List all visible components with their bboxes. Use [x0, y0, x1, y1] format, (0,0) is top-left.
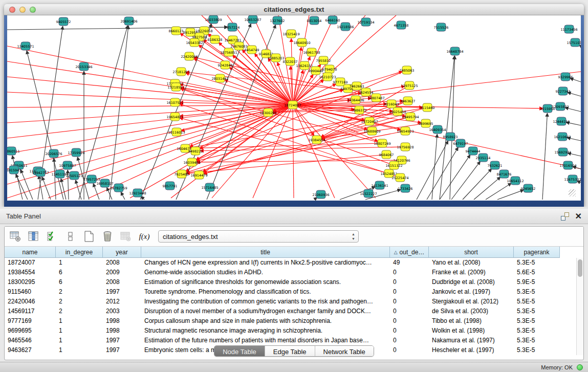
table-cell[interactable]: 2008 — [103, 277, 141, 287]
table-cell[interactable]: 18724007 — [5, 258, 56, 268]
table-cell[interactable]: 5.3E-5 — [514, 316, 560, 326]
graph-node[interactable]: 8186328 — [208, 35, 223, 43]
table-cell[interactable]: 5.6E-5 — [514, 268, 560, 277]
graph-node[interactable]: 9463627 — [401, 97, 416, 105]
table-row[interactable]: 1938455462009Genome-wide association stu… — [5, 268, 583, 277]
graph-node[interactable]: 7986372 — [352, 106, 367, 114]
graph-node[interactable]: 6479197 — [453, 139, 468, 147]
row-height-icon[interactable] — [64, 230, 77, 243]
table-cell[interactable]: 9777169 — [5, 316, 56, 326]
table-row[interactable]: 946554611997Estimation of the future num… — [5, 336, 583, 345]
citation-network-graph[interactable]: 1872400794055722069140616033809785722410… — [7, 15, 581, 201]
graph-node[interactable]: 16210643 — [554, 133, 571, 141]
graph-node[interactable]: 10975887 — [59, 161, 76, 169]
graph-node[interactable]: 17359928 — [68, 148, 84, 157]
table-row[interactable]: 911546021997Tourette syndrome. Phenomeno… — [5, 287, 583, 297]
graph-node[interactable]: 11173456 — [560, 25, 577, 33]
table-cell[interactable]: 1 — [56, 326, 103, 336]
graph-node[interactable]: 9474444 — [466, 147, 481, 155]
graph-node[interactable]: 10116013 — [168, 128, 185, 136]
table-cell[interactable]: 5.3E-5 — [514, 287, 560, 297]
table-row[interactable]: 969969511998Structural magnetic resonanc… — [5, 326, 583, 336]
graph-node[interactable]: 11675333 — [564, 175, 581, 183]
tab-edge-table[interactable]: Edge Table — [265, 346, 315, 356]
column-header-outde[interactable]: △out_de… — [390, 247, 429, 258]
column-header-name[interactable]: name — [5, 247, 56, 258]
table-cell[interactable]: Jankovic et al. (1997) — [429, 287, 514, 297]
graph-node[interactable]: 20206576 — [45, 149, 62, 158]
table-cell[interactable]: 0 — [390, 336, 429, 345]
table-cell[interactable]: 2012 — [103, 297, 141, 307]
graph-node[interactable]: 18640910 — [293, 38, 310, 47]
graph-node[interactable]: 9115460 — [420, 103, 435, 112]
graph-node[interactable]: 18325419 — [282, 30, 299, 38]
graph-node[interactable]: 10653287 — [244, 15, 261, 24]
table-cell[interactable]: Tibbo et al. (1998) — [429, 316, 514, 326]
zoom-window-icon[interactable] — [30, 7, 36, 13]
table-cell[interactable]: Estimation of the future numbers of pati… — [141, 336, 390, 345]
close-window-icon[interactable] — [9, 7, 15, 13]
graph-node[interactable]: 20153346 — [75, 62, 92, 71]
table-cell[interactable]: 5.5E-5 — [514, 297, 560, 307]
table-cell[interactable]: 0 — [390, 326, 429, 336]
table-cell[interactable]: 5.3E-5 — [514, 307, 560, 316]
graph-node[interactable]: 18807249 — [374, 139, 390, 147]
delete-table-icon[interactable] — [101, 230, 114, 243]
table-cell[interactable]: 1997 — [103, 336, 141, 345]
table-cell[interactable]: 6 — [56, 268, 103, 277]
scrollbar-thumb[interactable] — [578, 259, 582, 277]
graph-node[interactable]: 9227343 — [556, 87, 571, 95]
table-row[interactable]: 2242004622012Investigating the contribut… — [5, 297, 583, 307]
tab-network-table[interactable]: Network Table — [315, 346, 374, 356]
table-cell[interactable]: Changes of HCN gene expression and I(f) … — [141, 258, 390, 268]
table-cell[interactable]: Dudbridge et al. (2008) — [429, 277, 514, 287]
table-cell[interactable]: 0 — [390, 268, 429, 277]
table-cell[interactable]: 1998 — [103, 316, 141, 326]
table-cell[interactable]: 14569117 — [5, 307, 56, 316]
graph-node[interactable]: 8813054 — [307, 16, 322, 25]
table-cell[interactable]: 5.3E-5 — [514, 336, 560, 345]
graph-node[interactable]: 8958923 — [443, 133, 458, 141]
minimize-window-icon[interactable] — [19, 7, 26, 13]
graph-node[interactable]: 7632621 — [488, 161, 503, 169]
graph-node[interactable]: 9699695 — [419, 119, 433, 127]
table-select-dropdown[interactable]: citations_edges.txt ▲▼ — [158, 230, 359, 243]
graph-node[interactable]: 1327602 — [270, 16, 285, 25]
graph-node[interactable]: 7515526 — [434, 23, 449, 31]
table-cell[interactable]: Disruption of a novel member of a sodium… — [141, 307, 390, 316]
table-cell[interactable]: 2008 — [103, 258, 141, 268]
table-cell[interactable]: 2 — [56, 297, 103, 307]
graph-node[interactable]: 19218586 — [337, 23, 354, 31]
column-header-year[interactable]: year — [103, 247, 141, 258]
graph-node[interactable]: 15716485 — [201, 183, 218, 191]
column-header-pagerank[interactable]: pagerank — [514, 247, 560, 258]
graph-node[interactable]: 12975125 — [401, 81, 418, 90]
table-cell[interactable]: 6 — [56, 277, 103, 287]
graph-node[interactable]: 21860511 — [7, 147, 20, 155]
tab-node-table[interactable]: Node Table — [214, 346, 265, 356]
table-row[interactable]: 1830029562008Estimation of significance … — [5, 277, 583, 287]
graph-node[interactable]: 1733426 — [398, 184, 413, 192]
table-cell[interactable]: 0 — [390, 277, 429, 287]
graph-node[interactable]: 2935114 — [476, 154, 491, 162]
table-cell[interactable]: 1 — [56, 316, 103, 326]
table-cell[interactable]: 1998 — [103, 326, 141, 336]
table-cell[interactable]: Genome-wide association studies in ADHD. — [141, 268, 390, 277]
graph-node[interactable]: 27181203 — [172, 68, 189, 76]
graph-node[interactable]: 19384554 — [308, 136, 325, 144]
graph-node[interactable]: 9245652 — [521, 184, 536, 192]
table-row[interactable]: 1872400712008Changes of HCN gene express… — [5, 258, 583, 268]
table-cell[interactable]: 2 — [56, 307, 103, 316]
table-cell[interactable]: Investigating the contribution of common… — [141, 297, 390, 307]
table-cell[interactable]: Franke et al. (2009) — [429, 268, 514, 277]
table-row[interactable]: 977716911998Corpus callosum shape and si… — [5, 316, 583, 326]
network-window-titlebar[interactable]: citations_edges.txt — [4, 4, 584, 15]
table-cell[interactable]: 5.3E-5 — [514, 258, 560, 268]
column-header-indegree[interactable]: in_degree — [56, 247, 103, 258]
table-cell[interactable]: 0 — [390, 287, 429, 297]
graph-node[interactable]: 10688609 — [363, 127, 380, 135]
graph-node[interactable]: 7857224 — [225, 23, 240, 31]
graph-node[interactable]: 12444151 — [553, 117, 570, 125]
graph-node[interactable]: 16409354 — [429, 125, 446, 134]
graph-node[interactable]: 9405572 — [56, 17, 71, 26]
